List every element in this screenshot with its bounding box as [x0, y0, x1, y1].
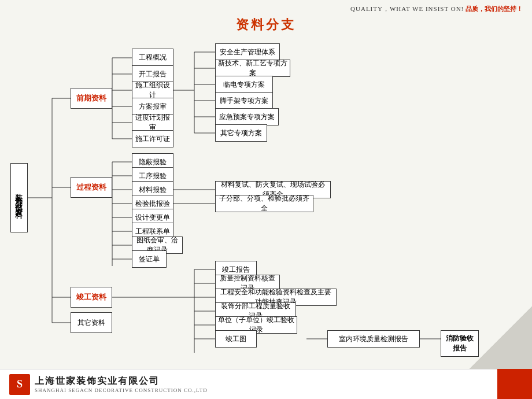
root-box: 装饰分部资料 [10, 163, 28, 232]
diagram-area: 装饰分部资料 前期资料 过程资料 竣工资料 其它资料 工程概况 开工报告 施工组… [0, 36, 532, 369]
logo-text: 上海世家装饰实业有限公司 SHANGHAI SEGACN DECORATIVE … [35, 375, 208, 393]
company-name-en: SHANGHAI SEGACN DECORATIVE CONSTRUCTION … [35, 387, 208, 393]
box-lindian: 临电专项方案 [215, 76, 273, 93]
box-jiaoshoujia: 脚手架专项方案 [215, 92, 273, 109]
box-shinei-huanjing: 室内环境质量检测报告 [327, 330, 420, 348]
footer: S 上海世家装饰实业有限公司 SHANGHAI SEGACN DECORATIV… [0, 369, 532, 399]
box-guocheng: 过程资料 [71, 177, 112, 198]
box-shigong-zuzhi: 施工组织设计 [132, 82, 173, 99]
box-jungong: 竣工资料 [71, 287, 112, 308]
box-gongcheng-gaikuang: 工程概况 [132, 49, 173, 66]
page-container: QUALITY，WHAT WE INSIST ON! 品质，我们的坚持！ 资料分… [0, 0, 532, 399]
box-qita-zhuanxiang: 其它专项方案 [215, 124, 267, 142]
box-qianzheng: 签证单 [132, 250, 167, 268]
quality-highlight: 品质，我们的坚持！ [466, 5, 523, 12]
footer-logo: S 上海世家装饰实业有限公司 SHANGHAI SEGACN DECORATIV… [9, 374, 208, 395]
box-jindu-jihua: 进度计划报审 [132, 114, 173, 131]
company-name-cn: 上海世家装饰实业有限公司 [35, 375, 208, 387]
logo-icon: S [9, 374, 30, 395]
box-xiaofang-yanshou: 消防验收报告 [441, 330, 479, 357]
box-qita: 其它资料 [71, 312, 112, 333]
page-title: 资料分支 [0, 16, 532, 34]
box-shigong-xuke: 施工许可证 [132, 130, 173, 147]
box-zifenbu: 子分部、分项、检验批必须齐全 [215, 195, 313, 212]
box-jungong-tu: 竣工图 [215, 330, 257, 348]
quality-text: QUALITY，WHAT WE INSIST ON! [350, 5, 464, 12]
box-qianqi: 前期资料 [71, 88, 112, 109]
header: QUALITY，WHAT WE INSIST ON! 品质，我们的坚持！ [350, 5, 523, 13]
footer-accent [497, 369, 532, 399]
box-yingji-yuana: 应急预案专项方案 [215, 108, 279, 125]
box-xinjishu: 新技术、新工艺专项方案 [215, 60, 290, 77]
